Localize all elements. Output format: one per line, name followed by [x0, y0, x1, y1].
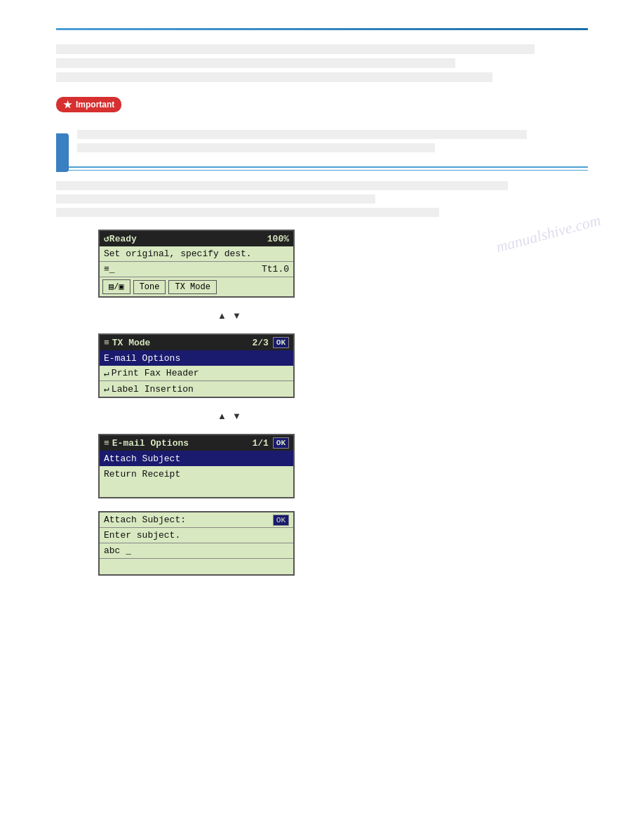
section-divider	[56, 166, 588, 171]
lcd-screen-ready: ↺Ready 100% Set original, specify dest. …	[98, 230, 295, 298]
body-text-1	[56, 44, 535, 54]
lcd-email-row2: Return Receipt	[100, 466, 293, 482]
lcd-txmode-row3: ↵ Label Insertion	[100, 381, 293, 397]
up-arrow-1: ▲	[217, 310, 227, 321]
star-icon: ★	[63, 99, 72, 110]
attach-subject-ok: OK	[273, 515, 289, 526]
lcd-txmode-row2: ↵ Print Fax Header	[100, 366, 293, 381]
email-options-page: 1/1	[252, 438, 268, 449]
important-label: Important	[76, 100, 114, 110]
lcd-attach-row3-empty	[100, 559, 293, 574]
label-insertion-icon: ↵	[104, 383, 109, 395]
fax-copy-button[interactable]: ▤/▣	[102, 279, 130, 294]
tx-mode-ok: OK	[273, 337, 289, 348]
body-text-2	[56, 58, 455, 68]
lcd-buttons-row: ▤/▣ Tone TX Mode	[100, 277, 293, 296]
attach-subject-header: Attach Subject:	[104, 515, 186, 525]
screen-group-2: ≡ TX Mode 2/3 OK E-mail Options ↵ Print …	[98, 333, 588, 398]
lcd-icon-fax: ≡_	[104, 264, 115, 274]
lcd-attach-header-row: Attach Subject: OK	[100, 512, 293, 528]
email-options-icon: ≡	[104, 438, 109, 449]
attach-subject-label: Attach Subject	[104, 454, 180, 464]
lcd-ready-row2: Set original, specify dest.	[100, 246, 293, 262]
body-text-3	[56, 72, 492, 82]
lcd-ready-row3: ≡_ Tt1.0	[100, 262, 293, 277]
lcd-screen-attach-subject: Attach Subject: OK Enter subject. abc _	[98, 511, 295, 576]
tx-mode-page: 2/3	[252, 338, 268, 348]
body-text-5	[56, 194, 375, 204]
lcd-email-header: ≡ E-mail Options 1/1 OK	[100, 435, 293, 451]
body-text-6	[56, 208, 439, 217]
tab-body-text-1	[77, 130, 527, 139]
ready-label: ↺Ready	[104, 233, 137, 244]
abc-cursor: abc _	[104, 545, 131, 556]
top-divider-line	[56, 28, 588, 30]
ready-percent: 100%	[267, 234, 289, 244]
email-options-header-label: E-mail Options	[112, 438, 253, 449]
lcd-attach-row2: abc _	[100, 543, 293, 559]
divider-line-1	[56, 166, 588, 168]
lcd-attach-row1: Enter subject.	[100, 528, 293, 543]
divider-line-2	[56, 170, 588, 171]
down-arrow-1: ▼	[232, 310, 241, 321]
screen-group-4: Attach Subject: OK Enter subject. abc _	[98, 511, 588, 576]
tab-body-text-2	[77, 143, 435, 152]
lcd-txmode-header: ≡ TX Mode 2/3 OK	[100, 335, 293, 350]
lcd-screen-txmode: ≡ TX Mode 2/3 OK E-mail Options ↵ Print …	[98, 333, 295, 398]
important-badge: ★ Important	[56, 97, 121, 112]
email-options-ok: OK	[273, 437, 289, 449]
email-options-label: E-mail Options	[104, 353, 180, 364]
content-section	[56, 130, 588, 152]
lcd-email-row3-empty	[100, 482, 293, 497]
lcd-screen-email-options: ≡ E-mail Options 1/1 OK Attach Subject R…	[98, 434, 295, 498]
arrows-2: ▲ ▼	[217, 411, 588, 421]
lcd-ttl: Tt1.0	[115, 264, 289, 274]
lcd-txmode-row1: E-mail Options	[100, 350, 293, 366]
up-arrow-2: ▲	[217, 411, 227, 421]
tx-mode-label: TX Mode	[112, 338, 253, 348]
enter-subject-label: Enter subject.	[104, 530, 180, 541]
arrows-1: ▲ ▼	[217, 310, 588, 321]
down-arrow-2: ▼	[232, 411, 241, 421]
print-fax-header-icon: ↵	[104, 368, 109, 379]
lcd-ready-row1: ↺Ready 100%	[100, 231, 293, 246]
page-container: ★ Important manualshive.com ↺Ready 100% …	[0, 0, 644, 834]
tx-mode-button[interactable]: TX Mode	[168, 280, 216, 294]
screen-group-3: ≡ E-mail Options 1/1 OK Attach Subject R…	[98, 434, 588, 498]
screen-group-1: ↺Ready 100% Set original, specify dest. …	[98, 230, 588, 298]
blue-tab-indicator	[56, 133, 69, 172]
label-insertion-label: Label Insertion	[112, 384, 194, 395]
tx-mode-icon: ≡	[104, 338, 109, 348]
lcd-email-row1: Attach Subject	[100, 451, 293, 466]
return-receipt-label: Return Receipt	[104, 469, 180, 479]
print-fax-header-label: Print Fax Header	[112, 368, 199, 378]
lcd-msg: Set original, specify dest.	[104, 249, 252, 259]
body-text-4	[56, 181, 508, 190]
tone-button[interactable]: Tone	[133, 280, 166, 294]
